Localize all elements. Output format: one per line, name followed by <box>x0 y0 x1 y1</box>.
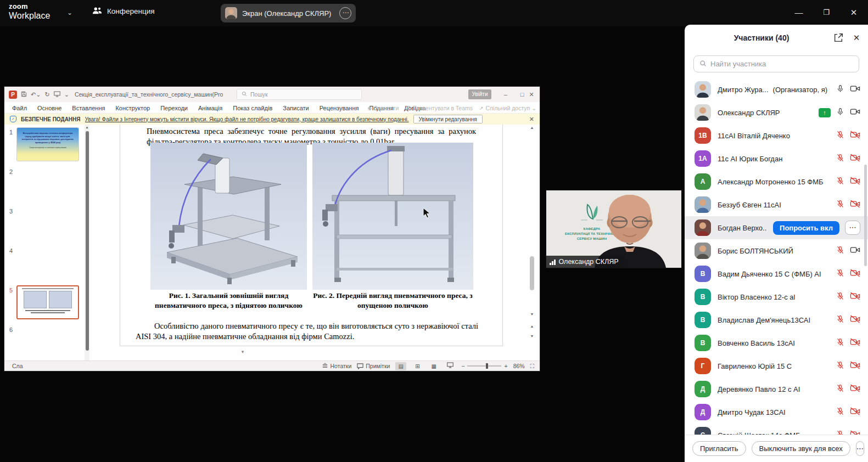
scroll-up-icon[interactable]: ▲ <box>529 125 535 131</box>
camera-muted-icon[interactable] <box>850 407 860 418</box>
next-slide-button[interactable]: ▼ <box>529 333 535 340</box>
slide-thumbnail-2[interactable]: 2 <box>4 164 85 204</box>
tab-shared-screen[interactable]: Экран (Олександр СКЛЯР) ⋯ <box>221 4 356 22</box>
window-restore-button[interactable]: ❐ <box>814 0 839 25</box>
ribbon-tab-8[interactable]: Рецензування <box>320 105 359 111</box>
participant-row-6[interactable]: Богдан Верхо...Попросить вкл⋯ <box>685 216 868 239</box>
slide-thumbnail-1[interactable]: 1Всеукраїнська науково-технічна конферен… <box>4 125 85 164</box>
mic-muted-icon[interactable] <box>836 360 844 372</box>
save-icon[interactable] <box>21 91 27 98</box>
record-action[interactable]: ◉Записати <box>367 105 399 111</box>
ribbon-tab-1[interactable]: Основне <box>37 105 61 111</box>
mic-muted-icon[interactable] <box>836 291 844 303</box>
mic-muted-icon[interactable] <box>836 176 844 188</box>
zoom-out-icon[interactable]: − <box>461 363 464 369</box>
ribbon-tab-4[interactable]: Переходи <box>160 105 188 111</box>
tab-meeting[interactable]: Конференция <box>92 6 155 16</box>
camera-on-icon[interactable] <box>850 84 860 95</box>
camera-muted-icon[interactable] <box>850 338 860 348</box>
search-input[interactable] <box>710 60 853 68</box>
mic-on-icon[interactable] <box>836 107 844 119</box>
camera-muted-icon[interactable] <box>850 131 860 141</box>
ribbon-tab-2[interactable]: Вставлення <box>72 105 105 111</box>
slide-1-thumbnail-image[interactable]: Всеукраїнська науково-технічна конференц… <box>16 127 79 161</box>
ppt-close-button[interactable]: ✕ <box>523 87 540 102</box>
normal-view-button[interactable]: ▤ <box>395 362 406 370</box>
mic-muted-icon[interactable] <box>836 130 844 142</box>
thumbnail-scrollbar[interactable]: ▲ <box>85 125 89 360</box>
comments-button[interactable]: Примітки <box>357 363 390 369</box>
mic-muted-icon[interactable] <box>836 268 844 280</box>
participant-search[interactable] <box>693 55 859 72</box>
previous-slide-button[interactable]: ▲ <box>529 323 535 330</box>
mic-muted-icon[interactable] <box>836 199 844 211</box>
fit-slide-icon[interactable]: ⛶ <box>530 363 534 370</box>
slide-scrollbar[interactable]: ▲ ▼ ▲ ▼ <box>529 125 535 346</box>
camera-on-icon[interactable] <box>850 108 860 118</box>
enable-editing-button[interactable]: Увімкнути редагування <box>413 115 483 123</box>
mic-on-icon[interactable] <box>836 84 844 95</box>
zoom-in-icon[interactable]: + <box>504 363 507 369</box>
undo-icon[interactable]: ↶⌄ <box>31 91 41 98</box>
chevron-down-icon[interactable]: ⌄ <box>67 9 72 16</box>
invite-button[interactable]: Пригласить <box>692 441 746 456</box>
participant-row-4[interactable]: AАлександр Мотроненко 15 ФМБ <box>685 170 868 193</box>
mic-muted-icon[interactable] <box>836 407 844 418</box>
participants-scrollbar[interactable] <box>864 165 867 266</box>
zoom-percent[interactable]: 86% <box>513 363 525 369</box>
ribbon-tab-7[interactable]: Записати <box>283 105 309 111</box>
camera-muted-icon[interactable] <box>850 200 860 210</box>
mic-muted-icon[interactable] <box>836 153 844 165</box>
redo-icon[interactable]: ↻ <box>44 91 49 98</box>
slide-sorter-view-button[interactable]: ⊞ <box>412 362 423 370</box>
ask-to-unmute-button[interactable]: Попросить вкл <box>773 221 839 235</box>
mic-muted-icon[interactable] <box>836 314 844 326</box>
slide-thumbnail-3[interactable]: 3 <box>4 204 85 243</box>
mute-all-button[interactable]: Выключить звук для всех <box>752 441 850 456</box>
ribbon-tab-6[interactable]: Показ слайдів <box>233 105 272 111</box>
chevron-down-icon[interactable]: ▼ <box>240 350 245 354</box>
mic-muted-icon[interactable] <box>836 245 844 257</box>
start-slideshow-icon[interactable] <box>54 91 60 98</box>
ribbon-tab-5[interactable]: Анімація <box>198 105 222 111</box>
participant-row-7[interactable]: Борис БОЛТЯНСЬКИЙ <box>685 239 868 262</box>
ppt-minimize-button[interactable]: – <box>497 87 514 102</box>
camera-muted-icon[interactable] <box>850 269 860 279</box>
scrollbar-thumb[interactable] <box>86 131 89 351</box>
slide-thumbnail-4[interactable]: 4 <box>4 243 85 283</box>
zoom-slider-handle[interactable] <box>486 363 488 369</box>
zoom-slider[interactable]: − + <box>461 363 507 369</box>
window-minimize-button[interactable]: — <box>786 0 811 25</box>
share-action[interactable]: ↗Спільний доступ ⌄ <box>479 105 536 111</box>
participant-row-1[interactable]: Олександр СКЛЯР↑ <box>685 101 868 124</box>
scroll-down-icon[interactable]: ▼ <box>529 311 535 318</box>
close-icon[interactable]: ✕ <box>529 116 534 123</box>
ppt-search-box[interactable]: Пошук <box>237 89 362 100</box>
camera-muted-icon[interactable] <box>850 361 860 371</box>
footer-more-button[interactable]: ⋯ <box>856 441 864 456</box>
current-slide-canvas[interactable]: Пневмосистема преса забезпечує точне рег… <box>120 125 503 346</box>
participant-row-12[interactable]: ГГавриленко Юрій 15 С <box>685 354 868 378</box>
close-icon[interactable]: ✕ <box>850 32 863 44</box>
camera-on-icon[interactable] <box>850 246 860 256</box>
participant-row-2[interactable]: 1B11сАІ Віталій Дяченко <box>685 124 868 147</box>
ribbon-tab-3[interactable]: Конструктор <box>115 105 150 111</box>
teams-action[interactable]: 🗔Презентувати в Teams <box>405 105 473 111</box>
speaker-video-tile[interactable]: КАФЕДРА ЕКСПЛУАТАЦІЇ ТА ТЕХНІЧНОГО СЕРВІ… <box>546 190 681 268</box>
participant-row-5[interactable]: Беззуб Євген 11сАІ <box>685 193 868 216</box>
participant-row-11[interactable]: ВВовченко Василь 13сАІ <box>685 331 868 354</box>
participant-row-3[interactable]: 1A11с АІ Юрик Богдан <box>685 147 868 170</box>
participant-row-8[interactable]: BВадим Дьяченко 15 С (ФМБ) АІ <box>685 262 868 285</box>
camera-muted-icon[interactable] <box>850 384 860 395</box>
scroll-up-icon[interactable]: ▲ <box>85 125 89 130</box>
qat-chevron-icon[interactable]: ⌄ <box>64 91 69 98</box>
participant-row-0[interactable]: Дмитро Жура...(Организатор, я) <box>685 78 868 101</box>
camera-muted-icon[interactable] <box>850 292 860 302</box>
participant-row-10[interactable]: BВладислав Дем'янець13САІ <box>685 308 868 331</box>
mic-muted-icon[interactable] <box>836 337 844 349</box>
pop-out-icon[interactable] <box>833 32 845 44</box>
slide-thumbnail-5[interactable]: 5 <box>4 283 85 322</box>
slide-5-thumbnail-image[interactable] <box>16 285 79 319</box>
participant-row-9[interactable]: BВіктор Власенко 12-с al <box>685 285 868 308</box>
ribbon-tab-0[interactable]: Файл <box>12 105 27 111</box>
